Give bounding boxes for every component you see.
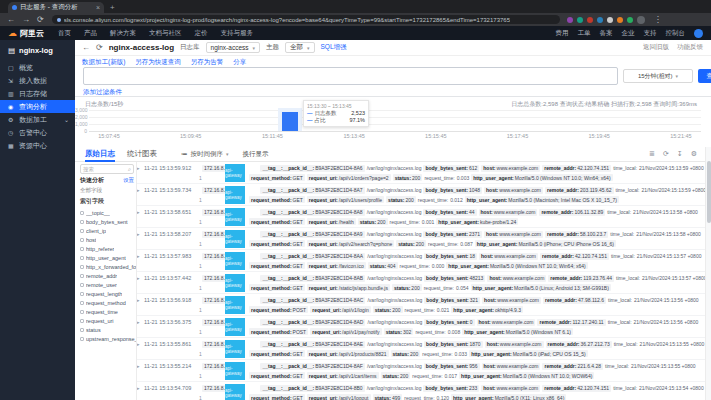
field-item[interactable]: http_referer (78, 244, 136, 253)
field-item[interactable]: status (78, 325, 136, 334)
topnav-item[interactable]: 工单 (578, 29, 591, 38)
expand-caret-icon[interactable]: ▸ (137, 187, 142, 193)
legacy-version-link[interactable]: 返回旧版 (643, 43, 669, 52)
reload-icon[interactable]: ⟳ (37, 15, 44, 24)
user-agent-badge[interactable]: http_user_agent:kube-probe/1.24 (436, 218, 518, 225)
logstore-select[interactable]: nginx-access ▾ (206, 42, 260, 53)
method-badge[interactable]: request_method:GET (249, 218, 305, 225)
host-badge[interactable]: host:www.example.com (477, 319, 536, 326)
log-row[interactable]: api-gateway ▸ 11-21 15:13:54.709 172.16.… (137, 383, 705, 400)
method-badge[interactable]: request_method:POST (249, 328, 308, 335)
expand-caret-icon[interactable]: ▸ (137, 209, 142, 215)
extension-icon[interactable] (627, 17, 633, 23)
uri-badge[interactable]: request_uri:/health (307, 218, 356, 225)
pack-id-badge[interactable]: __tag__:__pack_id__:B9A3F2E8C1D4-8AC (260, 297, 365, 304)
host-badge[interactable]: host:www.example.com (484, 187, 543, 194)
address-bar[interactable]: sls.console.aliyun.com/lognext/project/n… (52, 15, 560, 24)
uri-badge[interactable]: request_uri:/api/v1/logout (307, 394, 371, 400)
gear-icon[interactable]: ⚙ (691, 150, 697, 158)
sort-control[interactable]: ≔ 按时间倒序 ▾ (181, 150, 229, 159)
bytes-badge[interactable]: body_bytes_sent:1870 (424, 341, 483, 348)
site-info-icon[interactable] (57, 18, 61, 22)
highlighted-match[interactable]: api-gateway (225, 252, 245, 270)
log-row[interactable]: api-gateway ▸ 11-21 15:13:59.734 172.16.… (137, 185, 705, 206)
method-badge[interactable]: request_method:GET (249, 284, 305, 291)
eye-icon[interactable] (80, 319, 84, 323)
remote-addr-badge[interactable]: remote_addr:119.23.76.44 (548, 275, 614, 282)
topic-select[interactable]: 全部 ▾ (285, 42, 315, 53)
field-item[interactable]: request_method (78, 298, 136, 307)
status-badge[interactable]: status:200 (392, 284, 422, 291)
query-input[interactable] (83, 67, 618, 85)
host-badge[interactable]: host:www.example.com (484, 231, 543, 238)
user-avatar[interactable] (694, 29, 703, 38)
highlighted-match[interactable]: api-gateway (225, 164, 245, 182)
expand-caret-icon[interactable]: ▸ (137, 319, 142, 325)
host-badge[interactable]: host:www.example.com (479, 253, 538, 260)
browser-tab[interactable]: 日志服务 - 查询分析 × (8, 2, 104, 13)
eye-icon[interactable] (80, 220, 84, 224)
topnav-item[interactable]: 备案 (600, 29, 613, 38)
status-badge[interactable]: status:200 (396, 240, 426, 247)
pack-id-badge[interactable]: __tag__:__pack_id__:B9A3F2E8C1D4-8A7 (260, 187, 364, 194)
field-item[interactable]: client_ip (78, 226, 136, 235)
status-badge[interactable]: status:200 (393, 174, 423, 181)
eye-icon[interactable] (80, 229, 84, 233)
user-agent-badge[interactable]: http_user_agent:Mozilla/5.0 (Windows NT … (459, 372, 594, 379)
status-badge[interactable]: status:200 (358, 218, 388, 225)
field-item[interactable]: remote_user (78, 280, 136, 289)
topnav-item[interactable]: 支持 (644, 29, 657, 38)
refresh-icon[interactable]: ⟳ (96, 43, 103, 52)
pack-id-badge[interactable]: __tag__:__pack_id__:B9A3F2E8C1D4-8AA (260, 253, 365, 260)
method-badge[interactable]: request_method:GET (249, 240, 305, 247)
highlighted-match[interactable]: api-gateway (225, 340, 245, 358)
status-badge[interactable]: status:302 (384, 328, 414, 335)
user-agent-badge[interactable]: http_user_agent:Mozilla/5.0 (Windows NT … (446, 262, 587, 269)
eye-icon[interactable] (80, 292, 84, 296)
user-agent-badge[interactable]: http_user_agent:Mozilla/5.0 (iPad; CPU O… (469, 350, 588, 357)
method-badge[interactable]: request_method:GET (249, 372, 305, 379)
tab-raw-logs[interactable]: 原始日志 (85, 147, 115, 162)
user-agent-badge[interactable]: http_user_agent:Mozilla/5.0 (Windows NT … (471, 174, 612, 181)
bytes-badge[interactable]: body_bytes_sent:48213 (424, 275, 485, 282)
expand-caret-icon[interactable]: ▸ (137, 165, 142, 171)
field-item[interactable]: http_user_agent (78, 253, 136, 262)
wrap-toggle[interactable]: 换行显示 (243, 150, 269, 159)
close-tab-icon[interactable]: × (96, 4, 100, 11)
highlighted-match[interactable]: api-gateway (225, 230, 245, 248)
extension-icon[interactable] (597, 17, 603, 23)
highlighted-match[interactable]: api-gateway (225, 186, 245, 204)
topnav-item[interactable]: 首页 (58, 29, 71, 38)
status-badge[interactable]: status:499 (373, 394, 403, 400)
expand-caret-icon[interactable]: ▸ (137, 341, 142, 347)
topnav-item[interactable]: 定价 (195, 29, 208, 38)
user-agent-badge[interactable]: http_user_agent:Mozilla/5.0 (Macintosh; … (465, 196, 619, 203)
extension-icon[interactable] (587, 17, 593, 23)
field-item[interactable]: request_uri (78, 316, 136, 325)
status-badge[interactable]: status:404 (368, 262, 398, 269)
uri-badge[interactable]: request_uri:/static/js/app.bundle.js (307, 284, 390, 291)
brand[interactable]: ☁ 阿里云 (8, 28, 44, 39)
expand-caret-icon[interactable]: ▸ (137, 231, 142, 237)
expand-caret-icon[interactable]: ▸ (137, 275, 142, 281)
pack-id-badge[interactable]: __tag__:__pack_id__:B9A3F2E8C1D4-8AB (260, 275, 365, 282)
pack-id-badge[interactable]: __tag__:__pack_id__:B9A3F2E8C1D4-8A8 (260, 209, 364, 216)
scrollbar-track[interactable] (705, 147, 711, 400)
quick-link[interactable]: 分享 (233, 58, 246, 67)
bytes-badge[interactable]: body_bytes_sent:1048 (423, 187, 482, 194)
field-item[interactable]: upstream_response_time (78, 334, 136, 343)
back-icon[interactable]: ← (7, 15, 15, 24)
host-badge[interactable]: host:www.example.com (482, 297, 541, 304)
bytes-badge[interactable]: body_bytes_sent:2371 (423, 231, 482, 238)
quick-link[interactable]: 数据加工(新版) (82, 58, 125, 67)
host-badge[interactable]: host:www.example.com (479, 209, 538, 216)
field-item[interactable]: request_time (78, 307, 136, 316)
uri-badge[interactable]: request_uri:/favicon.ico (307, 262, 366, 269)
eye-icon[interactable] (80, 256, 84, 260)
feedback-link[interactable]: 功能反馈 (677, 43, 703, 52)
method-badge[interactable]: request_method:GET (249, 174, 305, 181)
scrollbar-thumb[interactable] (707, 161, 711, 223)
field-item[interactable]: __topic__ (78, 208, 136, 217)
user-agent-badge[interactable]: http_user_agent:Mozilla/5.0 (X11; Linux … (451, 394, 566, 400)
extension-icon[interactable] (607, 17, 613, 23)
